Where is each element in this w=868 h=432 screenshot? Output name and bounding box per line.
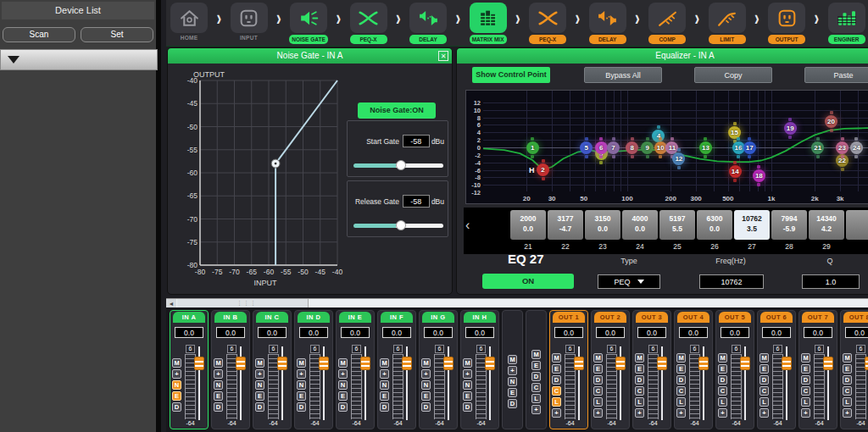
strip-button-m[interactable]: M (255, 358, 264, 368)
fader-track[interactable] (657, 346, 667, 420)
eq-control-point-7[interactable]: 7 (607, 141, 620, 154)
strip-button-d[interactable]: D (463, 402, 472, 412)
eq-control-point-19[interactable]: 19 (784, 122, 797, 135)
strip-button-n[interactable]: N (463, 380, 472, 390)
strip-button-d[interactable]: D (214, 402, 223, 412)
strip-button-d[interactable]: D (531, 372, 541, 381)
fader-track[interactable] (443, 346, 453, 420)
strip-button-d[interactable]: D (801, 375, 810, 385)
eq-control-point-24[interactable]: 24 (850, 141, 863, 154)
toolbar-tile[interactable] (648, 3, 686, 33)
strip-button-plus[interactable]: + (214, 369, 223, 379)
toolbar-tile[interactable] (709, 3, 746, 33)
strip-button-d[interactable]: D (843, 375, 852, 385)
channel-strip-out-7[interactable]: OUT 70.0MEDCL+6-64 (798, 310, 837, 429)
channel-label[interactable]: IN C (256, 312, 288, 323)
toolbar-tile[interactable] (529, 3, 566, 33)
eq-band-cell-27[interactable]: 107623.5 (734, 210, 770, 240)
strip-button-m[interactable]: M (593, 353, 603, 363)
toolbar-item-noise-gate[interactable]: NOISE GATE (289, 3, 328, 44)
strip-button-l[interactable]: L (676, 397, 686, 407)
eq-band-cell-26[interactable]: 63000.0 (697, 210, 732, 240)
bus-strip-1[interactable]: M+NED (502, 310, 523, 429)
strip-button-m[interactable]: M (421, 358, 431, 368)
fader-track[interactable] (865, 346, 868, 420)
start-gate-slider-thumb[interactable] (396, 160, 406, 170)
eq-control-point-14[interactable]: 14 (729, 165, 742, 178)
toolbar-tile[interactable] (828, 3, 865, 33)
toolbar-item-peq-x[interactable]: PEQ-X (528, 3, 567, 44)
channel-gain-value[interactable]: 0.0 (382, 327, 411, 338)
strip-button-m[interactable]: M (531, 350, 541, 359)
strip-button-m[interactable]: M (760, 353, 769, 363)
strip-button-plus[interactable]: + (843, 408, 852, 418)
strip-button-d[interactable]: D (338, 402, 348, 412)
eq-control-point-10[interactable]: 10 (654, 141, 667, 154)
fader-track[interactable] (277, 346, 287, 420)
channel-label[interactable]: IN D (298, 312, 330, 323)
fader-handle[interactable] (698, 357, 709, 370)
eq-control-point-20[interactable]: 20 (825, 115, 837, 128)
toolbar-item-input[interactable]: INPUT (230, 3, 269, 41)
strip-button-c[interactable]: C (843, 386, 852, 396)
eq-on-button[interactable]: ON (482, 274, 574, 289)
scan-button[interactable]: Scan (3, 27, 75, 42)
fader-track[interactable] (402, 346, 412, 420)
channel-gain-value[interactable]: 0.0 (679, 327, 708, 338)
fader-handle[interactable] (443, 357, 453, 370)
channel-gain-value[interactable]: 0.0 (721, 327, 749, 338)
strip-button-plus[interactable]: + (635, 408, 644, 418)
strip-button-n[interactable]: N (214, 380, 223, 390)
strip-button-e[interactable]: E (380, 391, 389, 401)
eq-control-point-17[interactable]: 17 (743, 141, 756, 154)
channel-gain-value[interactable]: 0.0 (596, 327, 625, 338)
device-dropdown[interactable] (0, 49, 158, 70)
strip-button-n[interactable]: N (421, 380, 431, 390)
strip-button-l[interactable]: L (552, 397, 561, 407)
start-gate-slider[interactable] (353, 163, 443, 168)
strip-button-d[interactable]: D (508, 399, 517, 408)
fader-track[interactable] (574, 346, 584, 420)
strip-button-c[interactable]: C (760, 386, 769, 396)
channel-label[interactable]: OUT 7 (802, 312, 834, 323)
strip-button-d[interactable]: D (635, 375, 644, 385)
fader-track[interactable] (782, 346, 792, 420)
strip-button-m[interactable]: M (214, 358, 223, 368)
toolbar-tile[interactable] (409, 3, 447, 33)
strip-button-n[interactable]: N (297, 380, 306, 390)
strip-button-e[interactable]: E (531, 361, 541, 370)
release-gate-slider-thumb[interactable] (396, 220, 406, 230)
strip-button-d[interactable]: D (297, 402, 306, 412)
fader-handle[interactable] (402, 357, 412, 370)
eq-band-cell-22[interactable]: 3177-4.7 (548, 210, 583, 240)
strip-button-e[interactable]: E (635, 364, 644, 374)
channel-label[interactable]: IN G (422, 312, 454, 323)
fader-handle[interactable] (319, 357, 329, 370)
strip-button-d[interactable]: D (421, 402, 431, 412)
fader-track[interactable] (360, 346, 370, 420)
fader-handle[interactable] (574, 357, 584, 370)
strip-button-m[interactable]: M (801, 353, 810, 363)
fader-track[interactable] (823, 346, 833, 420)
fader-handle[interactable] (782, 357, 792, 370)
strip-button-plus[interactable]: + (508, 366, 517, 375)
strip-button-e[interactable]: E (801, 364, 810, 374)
strip-button-e[interactable]: E (843, 364, 852, 374)
strip-button-m[interactable]: M (380, 358, 389, 368)
channel-label[interactable]: IN E (339, 312, 371, 323)
channel-strip-in-h[interactable]: IN H0.0M+NED6-64 (460, 310, 499, 429)
strip-button-d[interactable]: D (718, 375, 727, 385)
channel-strip-in-a[interactable]: IN A0.0M+NED6-64 (170, 310, 209, 429)
channel-gain-value[interactable]: 0.0 (216, 327, 245, 338)
toolbar-tile[interactable] (768, 3, 805, 33)
eq-control-point-23[interactable]: 23 (836, 141, 849, 154)
toolbar-item-home[interactable]: HOME (170, 3, 209, 41)
strip-button-c[interactable]: C (718, 386, 727, 396)
eq-control-point-13[interactable]: 13 (699, 141, 712, 154)
toolbar-tile[interactable] (170, 3, 208, 33)
q-input[interactable]: 1.0 (802, 274, 860, 289)
channel-strip-in-f[interactable]: IN F0.0M+NED6-64 (377, 310, 416, 429)
toolbar-tile[interactable] (290, 3, 327, 33)
type-dropdown[interactable]: PEQ (598, 274, 660, 289)
strip-button-e[interactable]: E (676, 364, 686, 374)
